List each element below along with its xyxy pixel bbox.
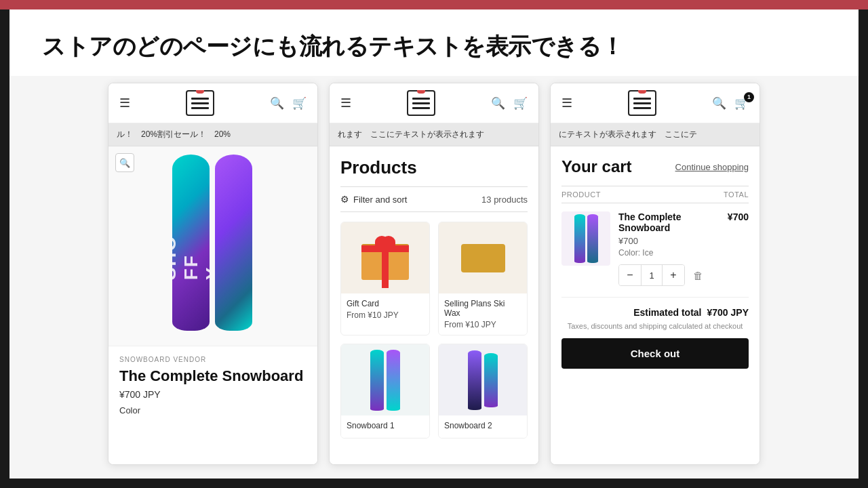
vendor-label: SNOWBOARD VENDOR: [119, 356, 307, 363]
product-card-gift[interactable]: Gift Card From ¥10 JPY: [340, 222, 430, 336]
qty-decrease-button[interactable]: −: [619, 265, 641, 285]
cart-board-1: [574, 214, 585, 263]
product-info: SNOWBOARD VENDOR The Complete Snowboard …: [108, 346, 317, 425]
continue-shopping-link[interactable]: Continue shopping: [675, 162, 749, 172]
panels-row: ☰ 🔍 🛒 ル！ 20%割: [9, 76, 859, 479]
cart-item: The Complete Snowboard ¥700 Color: Ice −…: [561, 211, 749, 286]
nav-center-1: [186, 90, 214, 116]
snowboard1-image: [341, 344, 429, 415]
cart-item-details: The Complete Snowboard ¥700 Color: Ice −…: [618, 211, 719, 286]
cart-badge: 1: [744, 92, 754, 102]
page-title: ストアのどのページにも流れるテキストを表示できる！: [42, 31, 826, 62]
estimated-total-amount: ¥700 JPY: [707, 307, 749, 318]
snowboard2-name: Snowboard 2: [444, 421, 521, 430]
col-total-header: TOTAL: [724, 190, 749, 199]
gift-card-image: [341, 222, 429, 293]
ski-wax-info: Selling Plans Ski Wax From ¥10 JPY: [439, 293, 527, 335]
color-label: Color: [119, 405, 307, 415]
filter-label: Filter and sort: [353, 195, 407, 205]
ticker-bar-1: ル！ 20%割引セール！ 20%: [108, 123, 317, 146]
cart-item-variant: Color: Ice: [618, 248, 719, 258]
search-icon-2[interactable]: 🔍: [491, 96, 505, 110]
mini-board-1a: [370, 350, 384, 411]
nav-center-3: [628, 90, 656, 116]
nav-left-1: ☰: [119, 96, 130, 110]
panel-content-2: Products ⚙ Filter and sort 13 products: [330, 146, 538, 464]
checkout-button[interactable]: Check out: [561, 338, 749, 369]
store-logo-3[interactable]: [628, 90, 656, 116]
delete-item-button[interactable]: 🗑: [693, 270, 703, 281]
search-icon-3[interactable]: 🔍: [712, 96, 726, 110]
snowboard-board-2: [215, 155, 252, 331]
qty-controls: − 1 +: [618, 264, 685, 286]
product-card-ski-wax[interactable]: Selling Plans Ski Wax From ¥10 JPY: [438, 222, 528, 336]
ticker-bar-3: にテキストが表示されます ここにテ: [551, 123, 760, 146]
nav-center-2: [407, 90, 435, 116]
snowboard2-image: [439, 344, 527, 415]
tax-note: Taxes, discounts and shipping calculated…: [561, 322, 749, 330]
products-count: 13 products: [481, 195, 528, 205]
cart-icon[interactable]: 🛒: [292, 96, 307, 110]
panel-nav-1: ☰ 🔍 🛒: [108, 83, 317, 123]
gift-bow-right: [382, 236, 395, 248]
cart-icon-2[interactable]: 🛒: [513, 96, 528, 110]
store-logo-2[interactable]: [407, 90, 435, 116]
snowboard-board-1: SHOFFY: [172, 155, 210, 331]
product-card-snowboard1[interactable]: Snowboard 1: [340, 344, 430, 439]
panel-content-1: 🔍 SHOFFY SNOWBOARD VENDOR The Complete S…: [108, 146, 317, 464]
snowboard1-info: Snowboard 1: [341, 415, 429, 438]
logo-line-2: [191, 102, 209, 104]
products-heading: Products: [340, 157, 528, 178]
logo-inner-3: [633, 98, 652, 109]
cart-icon-3[interactable]: 🛒 1: [734, 96, 749, 110]
gift-card-info: Gift Card From ¥10 JPY: [341, 293, 429, 325]
gift-card-price: From ¥10 JPY: [347, 310, 424, 320]
panel-cart: ☰ 🔍 🛒 1: [550, 83, 760, 465]
logo-line-1: [191, 98, 209, 100]
qty-value: 1: [641, 265, 663, 285]
ski-wax-name: Selling Plans Ski Wax: [444, 299, 521, 318]
panel-nav-3: ☰ 🔍 🛒 1: [551, 83, 760, 123]
ski-wax-image: [439, 222, 527, 293]
zoom-icon[interactable]: 🔍: [115, 153, 134, 172]
logo-line-3a: [633, 98, 651, 100]
logo-line-3: [191, 107, 209, 109]
filter-sort-button[interactable]: ⚙ Filter and sort: [340, 194, 407, 205]
qty-increase-button[interactable]: +: [663, 265, 684, 285]
panel-products: ☰ 🔍 🛒 れます ここに: [329, 83, 539, 465]
nav-left-2: ☰: [340, 96, 351, 110]
panel-content-3: Your cart Continue shopping PRODUCT TOTA…: [551, 146, 760, 464]
cart-board-2: [587, 214, 598, 263]
cart-page: Your cart Continue shopping PRODUCT TOTA…: [551, 146, 760, 380]
filter-icon: ⚙: [340, 194, 349, 205]
cart-item-image: [561, 211, 610, 266]
mini-board-1b: [387, 350, 400, 411]
cart-item-line-total: ¥700: [728, 211, 749, 222]
snowboard-image: SHOFFY: [172, 155, 254, 338]
panel-nav-2: ☰ 🔍 🛒: [330, 83, 538, 123]
product-price: ¥700 JPY: [119, 389, 307, 400]
store-logo-1[interactable]: [186, 90, 214, 116]
gift-box-graphic: [361, 236, 409, 280]
cart-header-row: Your cart Continue shopping: [561, 157, 749, 176]
hamburger-icon[interactable]: ☰: [119, 96, 130, 110]
hamburger-icon-2[interactable]: ☰: [340, 96, 351, 110]
logo-line-3b: [633, 102, 651, 104]
search-icon[interactable]: 🔍: [270, 96, 284, 110]
estimated-total-label: Estimated total: [633, 307, 701, 318]
nav-left-3: ☰: [561, 96, 572, 110]
products-grid: Gift Card From ¥10 JPY Selling Plans Ski…: [340, 222, 528, 439]
main-container: ストアのどのページにも流れるテキストを表示できる！ ☰: [9, 9, 859, 479]
snowboard2-info: Snowboard 2: [439, 415, 527, 438]
logo-inner-1: [191, 98, 210, 109]
nav-right-3: 🔍 🛒 1: [712, 96, 749, 110]
logo-red-accent-1: [196, 90, 204, 94]
ski-wax-price: From ¥10 JPY: [444, 320, 521, 329]
product-card-snowboard2[interactable]: Snowboard 2: [438, 344, 528, 439]
cart-title: Your cart: [561, 157, 632, 176]
mini-board-2b: [484, 353, 498, 407]
hamburger-icon-3[interactable]: ☰: [561, 96, 572, 110]
snowboard1-name: Snowboard 1: [347, 421, 424, 430]
product-title: The Complete Snowboard: [119, 367, 307, 385]
top-bar: [0, 0, 868, 9]
